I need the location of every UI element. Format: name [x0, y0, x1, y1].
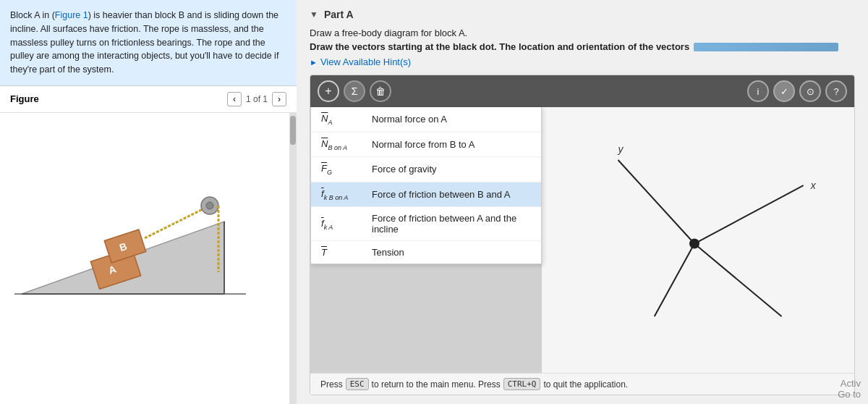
- figure-scrollbar-thumb: [290, 116, 296, 145]
- watermark: Activ Go to: [830, 374, 868, 404]
- ctrl-key-badge: CTRL+Q: [503, 378, 541, 390]
- info-icon: i: [757, 86, 760, 97]
- info-button[interactable]: i: [747, 80, 769, 102]
- dropdown-item-na[interactable]: NA Normal force on A: [311, 107, 541, 132]
- part-collapse-icon[interactable]: ▼: [310, 9, 318, 20]
- svg-line-16: [694, 185, 804, 243]
- sigma-button[interactable]: Σ: [344, 80, 365, 102]
- label-nba: Normal force from B to A: [372, 139, 475, 150]
- symbol-fkba: fk B on A: [321, 188, 365, 201]
- delete-button[interactable]: 🗑: [370, 80, 391, 102]
- toolbar-left: + Σ 🗑: [318, 80, 391, 102]
- svg-point-9: [206, 202, 213, 209]
- dropdown-item-fka[interactable]: fk A Force of friction between A and the…: [311, 207, 541, 241]
- drawing-canvas[interactable]: y x: [542, 107, 854, 373]
- question-icon: ?: [833, 86, 838, 97]
- figure-scrollbar[interactable]: [289, 113, 297, 404]
- check-button[interactable]: ✓: [773, 80, 795, 102]
- zoom-button[interactable]: ⊙: [799, 80, 821, 102]
- dropdown-item-fg[interactable]: FG Force of gravity: [311, 157, 541, 182]
- tool-area: + Σ 🗑 i ✓ ⊙ ?: [310, 75, 855, 395]
- svg-text:x: x: [810, 180, 817, 191]
- symbol-nba: NB on A: [321, 138, 365, 151]
- symbol-na: NA: [321, 113, 365, 126]
- watermark-line2: Go to: [838, 389, 861, 400]
- label-fka: Force of friction between A and the incl…: [372, 213, 531, 235]
- instruction-2-container: Draw the vectors starting at the black d…: [310, 41, 855, 52]
- vector-svg: y x: [542, 107, 854, 373]
- svg-line-15: [618, 160, 694, 244]
- toolbar-right: i ✓ ⊙ ?: [747, 80, 847, 102]
- svg-line-17: [655, 244, 694, 316]
- part-label: Part A: [324, 9, 354, 20]
- help-button[interactable]: ?: [825, 80, 847, 102]
- label-na: Normal force on A: [372, 114, 447, 125]
- figure-nav: ‹ 1 of 1 ›: [227, 92, 286, 106]
- watermark-line1: Activ: [838, 378, 861, 389]
- incline-figure: A B: [0, 127, 282, 316]
- label-tension: Tension: [372, 247, 404, 258]
- redacted-bar: [694, 43, 838, 51]
- check-icon: ✓: [780, 86, 788, 97]
- instruction-1: Draw a free-body diagram for block A.: [310, 28, 855, 38]
- toolbar: + Σ 🗑 i ✓ ⊙ ?: [310, 75, 854, 107]
- hint-label: View Available Hint(s): [320, 56, 411, 67]
- figure-header: Figure ‹ 1 of 1 ›: [0, 86, 297, 113]
- add-vector-button[interactable]: +: [318, 80, 339, 102]
- trash-icon: 🗑: [375, 85, 386, 97]
- status-text1: Press: [320, 379, 343, 390]
- status-text3: to quit the application.: [543, 379, 628, 390]
- dropdown-item-fkba[interactable]: fk B on A Force of friction between B an…: [311, 182, 541, 208]
- sigma-icon: Σ: [352, 85, 358, 97]
- status-bar: Press ESC to return to the main menu. Pr…: [310, 373, 854, 395]
- part-header: ▼ Part A: [310, 9, 855, 20]
- figure-link[interactable]: Figure 1: [55, 10, 88, 20]
- symbol-tension: T: [321, 247, 365, 258]
- hint-arrow-icon: ►: [310, 58, 318, 67]
- figure-label: Figure: [10, 93, 39, 104]
- figure-prev-button[interactable]: ‹: [227, 92, 242, 106]
- instruction-2-text: Draw the vectors starting at the black d…: [310, 41, 689, 52]
- label-fkba: Force of friction between B and A: [372, 189, 511, 200]
- figure-page: 1 of 1: [246, 94, 268, 104]
- hint-link[interactable]: ► View Available Hint(s): [310, 56, 855, 67]
- status-text2: to return to the main menu. Press: [372, 379, 501, 390]
- figure-section: Figure ‹ 1 of 1 › A B: [0, 86, 297, 404]
- svg-text:y: y: [617, 143, 624, 155]
- add-icon: +: [325, 85, 331, 98]
- dropdown-item-nba[interactable]: NB on A Normal force from B to A: [311, 132, 541, 158]
- symbol-fka: fk A: [321, 218, 365, 231]
- svg-line-18: [694, 244, 782, 316]
- figure-next-button[interactable]: ›: [272, 92, 286, 106]
- esc-key-badge: ESC: [346, 378, 369, 390]
- zoom-icon: ⊙: [807, 86, 814, 97]
- dropdown-item-tension[interactable]: T Tension: [311, 241, 541, 264]
- vector-dropdown: NA Normal force on A NB on A Normal forc…: [310, 107, 542, 264]
- label-fg: Force of gravity: [372, 164, 437, 174]
- left-panel: Block A in (Figure 1) is heavier than bl…: [0, 0, 297, 404]
- figure-canvas: A B: [0, 113, 297, 404]
- symbol-fg: FG: [321, 163, 365, 176]
- problem-description: Block A in (Figure 1) is heavier than bl…: [0, 0, 297, 86]
- right-panel: ▼ Part A Draw a free-body diagram for bl…: [297, 0, 868, 404]
